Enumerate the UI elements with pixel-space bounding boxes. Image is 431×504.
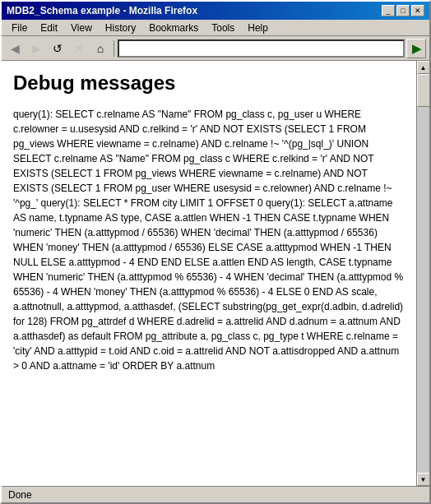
scroll-track[interactable] [417, 74, 430, 473]
scroll-up-button[interactable]: ▲ [417, 61, 430, 74]
title-bar-controls: _ □ ✕ [382, 5, 424, 16]
scroll-thumb[interactable] [417, 74, 430, 107]
go-button[interactable]: ▶ [406, 39, 426, 58]
home-icon: ⌂ [97, 42, 104, 55]
menu-help[interactable]: Help [241, 21, 275, 35]
maximize-button[interactable]: □ [396, 5, 410, 16]
scroll-up-icon: ▲ [420, 64, 427, 72]
window-title: MDB2_Schema example - Mozilla Firefox [7, 5, 197, 16]
content-area: Debug messages query(1): SELECT c.relnam… [2, 61, 416, 486]
menu-view[interactable]: View [64, 21, 99, 35]
scroll-down-button[interactable]: ▼ [417, 473, 430, 486]
title-bar: MDB2_Schema example - Mozilla Firefox _ … [2, 2, 429, 20]
scrollbar: ▲ ▼ [416, 61, 429, 486]
page-heading: Debug messages [13, 69, 405, 97]
toolbar-separator [114, 40, 114, 57]
menu-tools[interactable]: Tools [205, 21, 241, 35]
close-button[interactable]: ✕ [411, 5, 424, 16]
home-button[interactable]: ⌂ [90, 39, 110, 58]
go-icon: ▶ [412, 42, 421, 55]
menu-bar: File Edit View History Bookmarks Tools H… [2, 20, 429, 36]
address-bar[interactable] [118, 39, 405, 58]
menu-edit[interactable]: Edit [34, 21, 64, 35]
menu-bookmarks[interactable]: Bookmarks [142, 21, 205, 35]
menu-history[interactable]: History [99, 21, 142, 35]
menu-file[interactable]: File [5, 21, 34, 35]
forward-button[interactable]: ▶ [26, 39, 46, 58]
toolbar: ◀ ▶ ↺ ✕ ⌂ ▶ [2, 36, 429, 61]
reload-button[interactable]: ↺ [48, 39, 67, 58]
reload-icon: ↺ [53, 42, 63, 55]
scroll-down-icon: ▼ [420, 476, 427, 483]
debug-messages: query(1): SELECT c.relname AS "Name" FRO… [13, 107, 405, 373]
browser-window: MDB2_Schema example - Mozilla Firefox _ … [0, 0, 431, 504]
back-button[interactable]: ◀ [5, 39, 25, 58]
status-bar: Done [2, 486, 429, 502]
status-text: Done [8, 489, 32, 501]
back-icon: ◀ [11, 42, 20, 55]
content-wrapper: Debug messages query(1): SELECT c.relnam… [2, 61, 429, 486]
stop-button[interactable]: ✕ [69, 39, 89, 58]
forward-icon: ▶ [32, 42, 41, 55]
minimize-button[interactable]: _ [382, 5, 395, 16]
stop-icon: ✕ [74, 42, 84, 55]
